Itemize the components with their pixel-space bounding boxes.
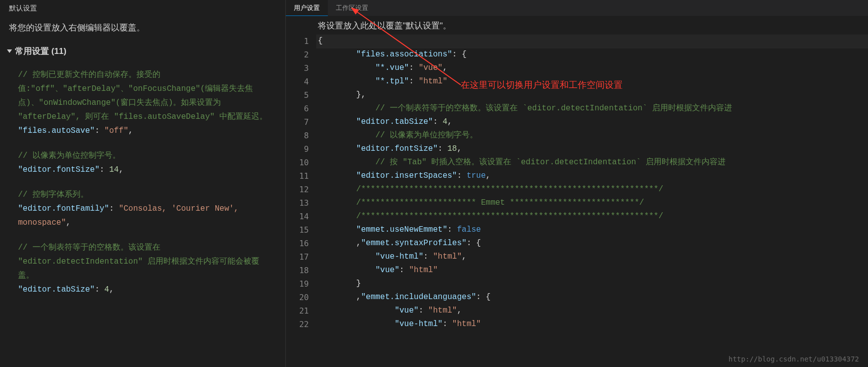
code-line[interactable]: /***************************************… [318, 210, 868, 223]
setting-key-value[interactable]: "editor.tabSize": 4, [18, 283, 274, 297]
line-number: 22 [286, 318, 309, 331]
code-line[interactable]: "vue-html": "html" [318, 318, 868, 331]
code-line[interactable]: "vue-html": "html", [318, 250, 868, 264]
code-line[interactable]: "vue": "html" [318, 264, 868, 277]
setting-block: // 一个制表符等于的空格数。该设置在 "editor.detectIndent… [18, 241, 274, 297]
code-line[interactable]: ,"emmet.syntaxProfiles": { [318, 237, 868, 250]
tab-user-settings[interactable]: 用户设置 [286, 0, 328, 16]
line-number: 7 [286, 115, 309, 129]
line-number: 8 [286, 129, 309, 142]
settings-tabs: 用户设置 工作区设置 [286, 0, 868, 16]
watermark: http://blog.csdn.net/u013304372 [729, 355, 859, 363]
code-line[interactable]: "editor.insertSpaces": true, [318, 169, 868, 183]
line-number: 15 [286, 223, 309, 237]
setting-comment: // 控制已更新文件的自动保存。接受的值:"off"、"afterDelay"、… [18, 68, 274, 124]
code-line[interactable]: "*.tpl": "html" [318, 75, 868, 88]
left-instruction: 将您的设置放入右侧编辑器以覆盖。 [0, 17, 285, 40]
setting-key-value[interactable]: "editor.fontSize": 14, [18, 163, 274, 177]
code-content[interactable]: { "files.associations": { "*.vue": "vue"… [318, 34, 868, 367]
code-line[interactable]: }, [318, 88, 868, 102]
setting-comment: // 一个制表符等于的空格数。该设置在 "editor.detectIndent… [18, 241, 274, 283]
tab-workspace-settings[interactable]: 工作区设置 [328, 0, 376, 16]
line-number: 13 [286, 196, 309, 210]
setting-comment: // 控制字体系列。 [18, 188, 274, 202]
right-instruction: 将设置放入此处以覆盖"默认设置"。 [286, 16, 868, 34]
line-number: 4 [286, 75, 309, 88]
code-line[interactable]: /************************ Emmet ********… [318, 196, 868, 210]
setting-key-value[interactable]: "files.autoSave": "off", [18, 124, 274, 138]
code-line[interactable]: "files.associations": { [318, 48, 868, 61]
line-number: 21 [286, 304, 309, 318]
default-settings-panel: 默认设置 将您的设置放入右侧编辑器以覆盖。 常用设置 (11) // 控制已更新… [0, 0, 286, 367]
code-line[interactable]: // 按 "Tab" 时插入空格。该设置在 `editor.detectInde… [318, 156, 868, 169]
code-line[interactable]: { [317, 34, 868, 48]
code-line[interactable]: "emmet.useNewEmmet": false [318, 223, 868, 237]
line-number: 6 [286, 102, 309, 115]
code-line[interactable]: "*.vue": "vue", [318, 61, 868, 75]
line-number: 16 [286, 237, 309, 250]
line-number: 20 [286, 291, 309, 304]
line-number: 10 [286, 156, 309, 169]
left-panel-title: 默认设置 [0, 0, 285, 17]
line-number: 14 [286, 210, 309, 223]
editor-area[interactable]: 12345678910111213141516171819202122 { "f… [286, 34, 868, 367]
caret-down-icon [7, 49, 12, 53]
code-line[interactable]: // 以像素为单位控制字号。 [318, 129, 868, 142]
code-line[interactable]: "vue": "html", [318, 304, 868, 318]
section-common-settings[interactable]: 常用设置 (11) [0, 40, 285, 60]
setting-block: // 控制已更新文件的自动保存。接受的值:"off"、"afterDelay"、… [18, 68, 274, 138]
setting-key-value[interactable]: "editor.fontFamily": "Consolas, 'Courier… [18, 202, 274, 230]
line-number: 3 [286, 61, 309, 75]
code-line[interactable]: } [318, 277, 868, 291]
line-number: 2 [286, 48, 309, 61]
line-number: 18 [286, 264, 309, 277]
setting-block: // 控制字体系列。"editor.fontFamily": "Consolas… [18, 188, 274, 230]
line-number: 17 [286, 250, 309, 264]
line-number-gutter: 12345678910111213141516171819202122 [286, 34, 318, 367]
code-line[interactable]: /***************************************… [318, 183, 868, 196]
user-settings-panel: 用户设置 工作区设置 将设置放入此处以覆盖"默认设置"。 12345678910… [286, 0, 868, 367]
line-number: 12 [286, 183, 309, 196]
default-settings-content: // 控制已更新文件的自动保存。接受的值:"off"、"afterDelay"、… [0, 60, 285, 367]
setting-comment: // 以像素为单位控制字号。 [18, 149, 274, 163]
setting-block: // 以像素为单位控制字号。"editor.fontSize": 14, [18, 149, 274, 177]
line-number: 1 [286, 34, 309, 48]
section-title-label: 常用设置 (11) [15, 45, 66, 57]
code-line[interactable]: ,"emmet.includeLanguages": { [318, 291, 868, 304]
line-number: 19 [286, 277, 309, 291]
code-line[interactable]: // 一个制表符等于的空格数。该设置在 `editor.detectIndent… [318, 102, 868, 115]
line-number: 5 [286, 88, 309, 102]
code-line[interactable]: "editor.tabSize": 4, [318, 115, 868, 129]
code-line[interactable]: "editor.fontSize": 18, [318, 142, 868, 156]
line-number: 11 [286, 169, 309, 183]
line-number: 9 [286, 142, 309, 156]
